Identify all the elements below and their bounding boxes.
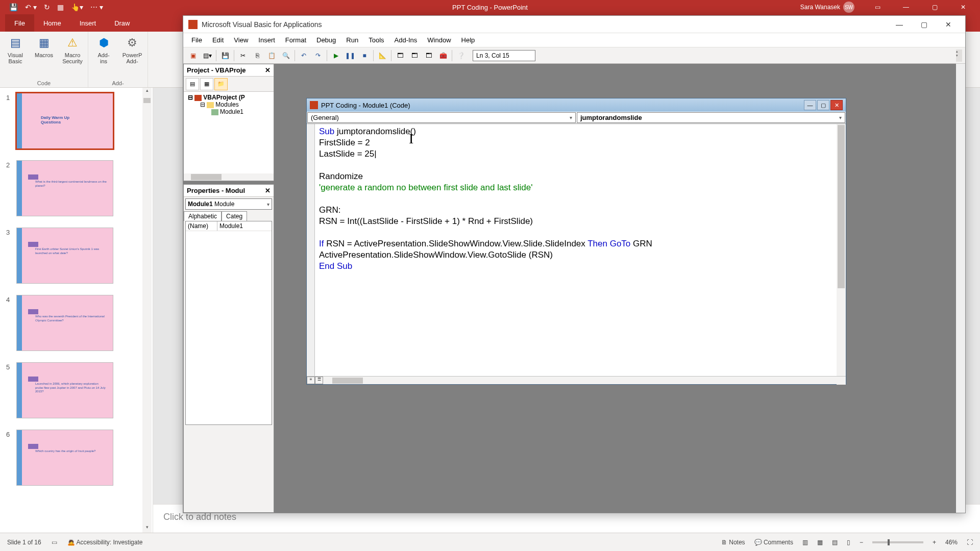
design-mode-icon[interactable]: 📐: [376, 49, 389, 62]
menu-file[interactable]: File: [187, 35, 206, 45]
properties-title[interactable]: Properties - Modul ✕: [184, 185, 274, 197]
comments-toggle[interactable]: 💬 Comments: [754, 539, 793, 546]
menu-view[interactable]: View: [230, 35, 252, 45]
project-explorer-title[interactable]: Project - VBAProje ✕: [184, 64, 274, 77]
layout-icon[interactable]: ▭: [52, 539, 57, 546]
toggle-folders-icon[interactable]: 📁: [214, 78, 228, 90]
user-account[interactable]: Sara Wanasek SW: [800, 2, 854, 13]
slide-sorter-icon[interactable]: ▦: [817, 539, 823, 546]
help-icon[interactable]: ❔: [454, 49, 468, 62]
vba-minimize-button[interactable]: —: [888, 17, 911, 32]
menu-format[interactable]: Format: [281, 35, 310, 45]
project-explorer-icon[interactable]: 🗔: [394, 49, 407, 62]
menu-edit[interactable]: Edit: [208, 35, 228, 45]
redo-icon[interactable]: ↷: [311, 49, 325, 62]
view-powerpoint-icon[interactable]: ▣: [186, 49, 200, 62]
ribbon-display-options-icon[interactable]: ▭: [866, 0, 889, 14]
fit-to-window-icon[interactable]: ⛶: [967, 539, 973, 546]
code-editor[interactable]: Sub jumptorandomslide() FirstSlide = 2 L…: [307, 124, 846, 376]
code-close-button[interactable]: ✕: [830, 100, 843, 110]
menu-debug[interactable]: Debug: [312, 35, 340, 45]
redo-icon[interactable]: ↻: [44, 3, 50, 11]
save-icon[interactable]: 💾: [9, 3, 18, 11]
code-object-combo[interactable]: (General)▾: [307, 112, 576, 123]
code-minimize-button[interactable]: —: [804, 100, 816, 110]
tab-insert[interactable]: Insert: [70, 14, 106, 32]
properties-grid[interactable]: (Name) Module1: [185, 221, 272, 425]
paste-icon[interactable]: 📋: [265, 49, 278, 62]
close-icon[interactable]: ✕: [951, 0, 975, 14]
code-vscrollbar[interactable]: [837, 124, 846, 376]
find-icon[interactable]: 🔍: [279, 49, 292, 62]
visual-basic-button[interactable]: ▤ Visual Basic: [5, 35, 26, 64]
slide-counter[interactable]: Slide 1 of 16: [7, 539, 41, 546]
zoom-in-icon[interactable]: +: [933, 539, 936, 546]
ppt-addins-button[interactable]: ⚙ PowerP Add-: [122, 35, 142, 64]
properties-tab-categorized[interactable]: Categ: [222, 211, 247, 221]
menu-run[interactable]: Run: [342, 35, 362, 45]
maximize-icon[interactable]: ▢: [923, 0, 946, 14]
slide-thumbnail-1[interactable]: 1Daily Warm Up Questions: [6, 93, 146, 149]
menu-addins[interactable]: Add-Ins: [390, 35, 422, 45]
slideshow-view-icon[interactable]: ▯: [847, 539, 850, 546]
reading-view-icon[interactable]: ▤: [832, 539, 838, 546]
project-explorer-close-icon[interactable]: ✕: [265, 66, 271, 74]
touch-icon[interactable]: 👆▾: [71, 3, 83, 11]
procedure-view-icon[interactable]: ≡: [307, 377, 315, 384]
zoom-out-icon[interactable]: −: [860, 539, 863, 546]
vba-maximize-button[interactable]: ▢: [912, 17, 936, 32]
slide-thumbnail-5[interactable]: 5Launched in 2006, which planetary explo…: [6, 362, 146, 418]
vba-close-button[interactable]: ✕: [937, 17, 960, 32]
menu-help[interactable]: Help: [457, 35, 479, 45]
toolbox-icon[interactable]: 🧰: [436, 49, 450, 62]
code-procedure-combo[interactable]: jumptorandomslide▾: [577, 112, 845, 123]
run-icon[interactable]: ▶: [329, 49, 342, 62]
code-window-titlebar[interactable]: PPT Coding - Module1 (Code) — ▢ ✕: [307, 98, 846, 112]
code-hscrollbar[interactable]: ≡ ☰: [307, 376, 846, 384]
vba-titlebar[interactable]: Microsoft Visual Basic for Applications …: [183, 16, 965, 33]
break-icon[interactable]: ❚❚: [344, 49, 357, 62]
insert-module-icon[interactable]: ▤▾: [201, 49, 214, 62]
tab-home[interactable]: Home: [34, 14, 70, 32]
vba-mdi-vscrollbar[interactable]: [956, 64, 965, 513]
slide-thumbnail-2[interactable]: 2What is the third-largest continental l…: [6, 160, 146, 216]
zoom-value[interactable]: 46%: [945, 539, 958, 546]
addins-button[interactable]: ⬢ Add- ins: [93, 35, 114, 64]
property-name-value[interactable]: Module1: [217, 221, 245, 231]
undo-icon[interactable]: ↶: [297, 49, 310, 62]
notes-toggle[interactable]: 🗎 Notes: [721, 539, 745, 546]
reset-icon[interactable]: ■: [358, 49, 371, 62]
toolbar-overflow-icon[interactable]: ▴▾: [956, 49, 962, 62]
slide-panel-scrollbar[interactable]: ▴ ▾: [142, 88, 152, 533]
accessibility-status[interactable]: 🙇 Accessibility: Investigate: [67, 539, 143, 546]
properties-tab-alphabetic[interactable]: Alphabetic: [184, 211, 222, 221]
code-maximize-button[interactable]: ▢: [817, 100, 829, 110]
macro-security-button[interactable]: ⚠ Macro Security: [62, 35, 83, 64]
tab-file[interactable]: File: [5, 14, 34, 32]
project-tree[interactable]: ⊟ VBAProject (P ⊟ Modules Module1: [184, 92, 274, 173]
copy-icon[interactable]: ⎘: [251, 49, 264, 62]
save-icon[interactable]: 💾: [218, 49, 232, 62]
qat-more-icon[interactable]: ⋯ ▾: [90, 3, 103, 11]
menu-insert[interactable]: Insert: [254, 35, 279, 45]
menu-window[interactable]: Window: [423, 35, 455, 45]
slide-thumbnail-4[interactable]: 4Who was the seventh President of the In…: [6, 295, 146, 351]
normal-view-icon[interactable]: ▥: [802, 539, 808, 546]
properties-icon[interactable]: 🗔: [408, 49, 421, 62]
minimize-icon[interactable]: —: [894, 0, 918, 14]
slide-thumbnail-3[interactable]: 3First Earth orbiter Soviet Union's Sput…: [6, 228, 146, 284]
project-hscrollbar[interactable]: [184, 173, 274, 181]
view-code-icon[interactable]: ▤: [186, 78, 199, 90]
tab-draw[interactable]: Draw: [105, 14, 139, 32]
code-margin[interactable]: [307, 124, 315, 376]
full-module-view-icon[interactable]: ☰: [315, 377, 323, 384]
slideshow-icon[interactable]: ▦: [57, 3, 64, 11]
slide-thumbnail-6[interactable]: 6Which country has the origin of Inuit p…: [6, 430, 146, 486]
menu-tools[interactable]: Tools: [364, 35, 388, 45]
macros-button[interactable]: ▦ Macros: [34, 35, 54, 64]
properties-close-icon[interactable]: ✕: [265, 187, 271, 194]
view-object-icon[interactable]: ▦: [200, 78, 213, 90]
object-browser-icon[interactable]: 🗔: [422, 49, 435, 62]
properties-object-combo[interactable]: Module1 Module ▾: [185, 198, 272, 210]
undo-icon[interactable]: ↶ ▾: [25, 3, 37, 11]
